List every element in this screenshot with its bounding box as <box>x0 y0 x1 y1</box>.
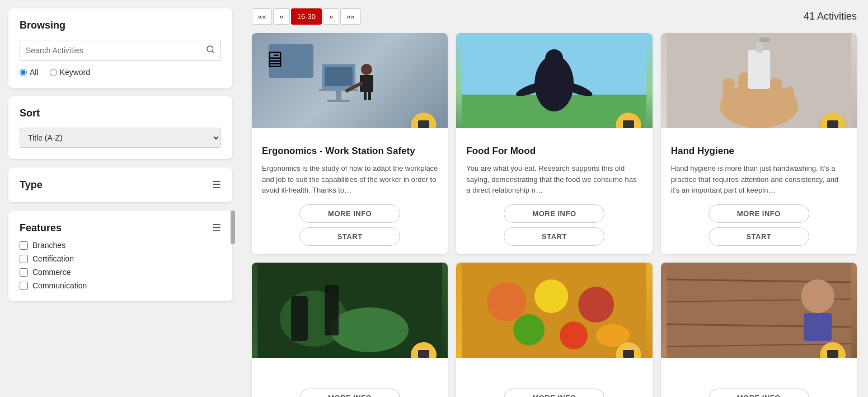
card-image-container-3 <box>661 33 857 128</box>
card-body-4: MORE INFO START <box>252 358 448 397</box>
type-header: Type ☰ <box>20 179 221 191</box>
feature-certification-checkbox[interactable] <box>20 255 28 263</box>
svg-rect-34 <box>827 120 838 128</box>
feature-branches-checkbox[interactable] <box>20 241 28 250</box>
feature-commerce-label: Commerce <box>32 268 71 277</box>
card-desc-1: Ergonomics is the study of how to adapt … <box>262 163 438 196</box>
card-body-1: Ergonomics - Work Station Safety Ergonom… <box>252 128 448 254</box>
feature-commerce[interactable]: Commerce <box>20 268 221 277</box>
search-mode-group: All Keyword <box>20 68 221 77</box>
more-info-button-1[interactable]: MORE INFO <box>299 204 400 223</box>
more-info-button-3[interactable]: MORE INFO <box>709 204 809 223</box>
card-actions-5: MORE INFO START <box>466 389 642 397</box>
activity-card-5: MORE INFO START <box>456 263 652 397</box>
svg-rect-3 <box>325 67 353 86</box>
activity-card-1: Ergonomics - Work Station Safety Ergonom… <box>252 33 448 254</box>
feature-branches[interactable]: Branches <box>20 241 221 250</box>
monitor-icon-4 <box>417 348 430 358</box>
svg-point-0 <box>207 46 213 52</box>
more-info-button-5[interactable]: MORE INFO <box>504 389 604 397</box>
pagination-prev[interactable]: « <box>273 8 289 25</box>
svg-rect-10 <box>368 92 371 100</box>
radio-keyword-text: Keyword <box>60 68 90 77</box>
features-title: Features <box>20 222 62 234</box>
svg-rect-31 <box>748 50 770 89</box>
svg-rect-26 <box>722 78 735 111</box>
browsing-title: Browsing <box>20 20 221 31</box>
pagination: «« « 16-30 » »» <box>252 8 361 25</box>
more-info-button-2[interactable]: MORE INFO <box>504 204 604 223</box>
svg-point-39 <box>330 307 409 352</box>
features-card: Features ☰ Branches Certification Commer… <box>8 211 232 301</box>
ergonomics-illustration <box>316 53 383 109</box>
type-menu-icon[interactable]: ☰ <box>212 179 221 191</box>
radio-all-text: All <box>30 68 39 77</box>
activity-card-2: Food For Mood You are what you eat. Rese… <box>456 33 652 254</box>
monitor-icon-6 <box>826 348 839 358</box>
card-image-container-5 <box>456 263 652 358</box>
search-icon <box>206 45 215 54</box>
pagination-last[interactable]: »» <box>340 8 360 25</box>
svg-rect-6 <box>327 100 350 102</box>
card-image-container-2 <box>456 33 652 128</box>
scroll-indicator <box>231 211 235 244</box>
monitor-icon-3 <box>826 119 839 128</box>
search-button[interactable] <box>200 40 220 60</box>
svg-rect-29 <box>770 78 782 111</box>
card-image-container-4 <box>252 263 448 358</box>
svg-rect-33 <box>759 38 770 42</box>
card-body-5: MORE INFO START <box>456 358 652 397</box>
svg-rect-62 <box>804 313 832 341</box>
feature-communication[interactable]: Communication <box>20 281 221 290</box>
feature-certification[interactable]: Certification <box>20 254 221 263</box>
svg-point-7 <box>361 64 372 75</box>
feature-commerce-checkbox[interactable] <box>20 268 28 277</box>
pagination-first[interactable]: «« <box>252 8 272 25</box>
card-title-3: Hand Hygiene <box>671 145 847 157</box>
monitor-icon-2 <box>622 119 635 128</box>
svg-point-49 <box>578 287 614 323</box>
svg-rect-5 <box>336 91 341 100</box>
search-input[interactable] <box>20 41 200 59</box>
card-body-2: Food For Mood You are what you eat. Rese… <box>456 128 652 254</box>
radio-keyword-label[interactable]: Keyword <box>50 68 90 77</box>
svg-rect-43 <box>418 350 429 358</box>
feature-branches-label: Branches <box>32 241 65 250</box>
svg-rect-32 <box>756 41 763 53</box>
main-content: «« « 16-30 » »» 41 Activities <box>241 0 868 397</box>
monitor-icon-5 <box>622 348 635 358</box>
card-title-1: Ergonomics - Work Station Safety <box>262 145 438 157</box>
card-actions-2: MORE INFO START <box>466 204 642 246</box>
radio-all-label[interactable]: All <box>20 68 39 77</box>
pagination-next[interactable]: » <box>323 8 339 25</box>
start-button-1[interactable]: START <box>299 227 400 246</box>
pagination-current[interactable]: 16-30 <box>291 8 322 25</box>
sort-title: Sort <box>20 108 221 119</box>
svg-point-48 <box>534 279 568 313</box>
start-button-3[interactable]: START <box>709 227 809 246</box>
svg-point-61 <box>801 279 834 313</box>
radio-all[interactable] <box>20 69 27 76</box>
svg-point-50 <box>513 314 545 345</box>
card-desc-2: You are what you eat. Research supports … <box>466 163 642 196</box>
features-menu-icon[interactable]: ☰ <box>212 222 221 234</box>
monitor-icon-1 <box>417 119 430 128</box>
svg-point-51 <box>560 321 588 349</box>
start-button-2[interactable]: START <box>504 227 604 246</box>
more-info-button-6[interactable]: MORE INFO <box>709 389 809 397</box>
radio-keyword[interactable] <box>50 69 57 76</box>
type-card: Type ☰ <box>8 167 232 202</box>
feature-communication-checkbox[interactable] <box>20 282 28 290</box>
svg-point-18 <box>545 49 563 67</box>
svg-point-47 <box>487 282 526 321</box>
svg-rect-9 <box>364 92 367 100</box>
activity-card-6: MORE INFO START <box>661 263 857 397</box>
features-list: Branches Certification Commerce Communic… <box>20 241 221 290</box>
sort-select[interactable]: Title (A-Z) Title (Z-A) Newest Oldest <box>20 128 221 148</box>
svg-rect-63 <box>827 350 838 358</box>
card-image-container-6 <box>661 263 857 358</box>
sidebar: Browsing All Keyword Sort Title <box>0 0 241 397</box>
more-info-button-4[interactable]: MORE INFO <box>299 389 400 397</box>
card-body-3: Hand Hygiene Hand hygiene is more than j… <box>661 128 857 254</box>
svg-rect-42 <box>325 285 339 335</box>
